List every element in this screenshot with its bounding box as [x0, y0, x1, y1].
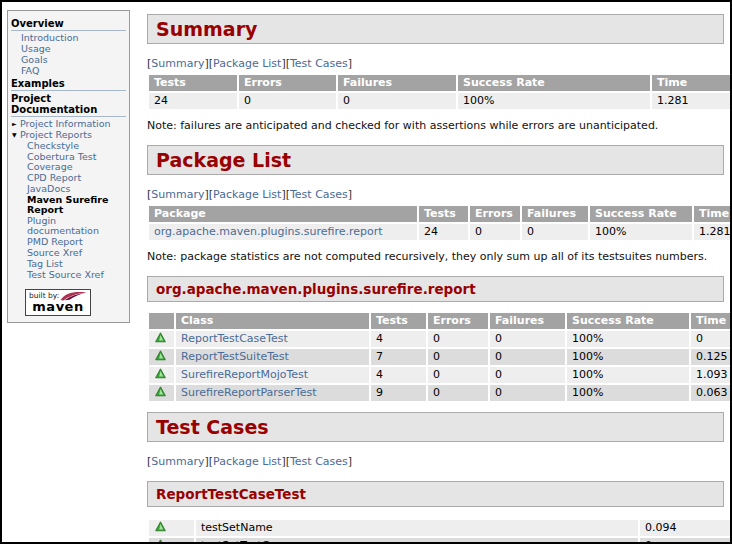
- expanded-arrow-icon: ▼: [12, 130, 20, 140]
- class-table: Class Tests Errors Failures Success Rate…: [147, 311, 732, 403]
- tests-value: 4: [371, 331, 426, 347]
- sidebar-item-project-information[interactable]: ►Project Information: [11, 119, 126, 129]
- sidebar-item-introduction[interactable]: Introduction: [11, 33, 126, 43]
- nav-link-package-list[interactable]: Package List: [213, 188, 281, 201]
- class-link[interactable]: SurefireReportMojoTest: [181, 368, 308, 381]
- column-header: Tests: [419, 206, 468, 222]
- sidebar-item-javadocs[interactable]: JavaDocs: [11, 184, 126, 194]
- errors-value: 0: [428, 331, 488, 347]
- sidebar-item-usage[interactable]: Usage: [11, 44, 126, 54]
- class-link[interactable]: ReportTestSuiteTest: [181, 350, 289, 363]
- sidebar-item-checkstyle[interactable]: Checkstyle: [11, 141, 126, 151]
- package-list-table: Package Tests Errors Failures Success Ra…: [147, 204, 732, 242]
- tests-value: 9: [371, 385, 426, 401]
- failures-value: 0: [490, 331, 565, 347]
- sidebar-section-examples: Examples: [11, 78, 126, 91]
- table-row: SurefireReportParserTest 9 0 0 100% 0.06…: [149, 385, 732, 401]
- failures-value: 0: [490, 367, 565, 383]
- test-name: testSetTestCases: [196, 538, 638, 544]
- column-header: Success Rate: [458, 75, 650, 91]
- table-row: testSetName 0.094: [149, 520, 730, 536]
- success-rate-value: 100%: [567, 367, 689, 383]
- nav-link-test-cases[interactable]: Test Cases: [290, 188, 348, 201]
- success-icon: [155, 333, 166, 346]
- sidebar-section-project-documentation: Project Documentation: [11, 93, 126, 117]
- section-nav: [Summary][Package List][Test Cases]: [147, 455, 724, 468]
- class-link[interactable]: SurefireReportParserTest: [181, 386, 317, 399]
- nav-link-summary[interactable]: Summary: [151, 188, 204, 201]
- column-header: Class: [176, 313, 369, 329]
- errors-value: 0: [470, 224, 520, 240]
- success-rate-value: 100%: [567, 385, 689, 401]
- bracket: ]: [348, 455, 352, 468]
- column-header: Tests: [149, 75, 237, 91]
- bracket: ]: [348, 188, 352, 201]
- table-row: SurefireReportMojoTest 4 0 0 100% 1.093: [149, 367, 732, 383]
- sidebar-item-goals[interactable]: Goals: [11, 55, 126, 65]
- table-row: org.apache.maven.plugins.surefire.report…: [149, 224, 732, 240]
- success-icon: [155, 387, 166, 400]
- column-header: Failures: [522, 206, 588, 222]
- column-header: Errors: [428, 313, 488, 329]
- time-value: 1.281: [694, 224, 732, 240]
- collapsed-arrow-icon: ►: [12, 119, 20, 129]
- package-list-heading: Package List: [147, 145, 724, 175]
- table-header-row: Tests Errors Failures Success Rate Time: [149, 75, 732, 91]
- summary-heading: Summary: [147, 14, 724, 44]
- sidebar-section-overview: Overview: [11, 18, 126, 31]
- column-header: Failures: [338, 75, 456, 91]
- sidebar-item-pmd-report[interactable]: PMD Report: [11, 237, 126, 247]
- nav-link-summary[interactable]: Summary: [151, 455, 204, 468]
- success-rate-value: 100%: [458, 93, 650, 109]
- test-class-heading: ReportTestCaseTest: [147, 481, 724, 507]
- test-name: testSetName: [196, 520, 638, 536]
- nav-link-summary[interactable]: Summary: [151, 57, 204, 70]
- table-row: testSetTestCases 0: [149, 538, 730, 544]
- nav-link-test-cases[interactable]: Test Cases: [290, 57, 348, 70]
- class-link[interactable]: ReportTestCaseTest: [181, 332, 288, 345]
- table-row: ReportTestCaseTest 4 0 0 100% 0: [149, 331, 732, 347]
- time-value: 1.093: [691, 367, 732, 383]
- sidebar-item-faq[interactable]: FAQ: [11, 66, 126, 76]
- sidebar-item-project-reports[interactable]: ▼Project Reports: [11, 130, 126, 140]
- section-nav: [Summary][Package List][Test Cases]: [147, 188, 724, 201]
- time-value: 0: [640, 538, 730, 544]
- table-row: ReportTestSuiteTest 7 0 0 100% 0.125: [149, 349, 732, 365]
- column-header: Package: [149, 206, 417, 222]
- maven-logo-label: maven: [29, 301, 87, 313]
- column-header: Time: [691, 313, 732, 329]
- nav-link-package-list[interactable]: Package List: [213, 455, 281, 468]
- report-content: Summary [Summary][Package List][Test Cas…: [147, 14, 724, 544]
- sidebar-item-plugin-documentation[interactable]: Plugin documentation: [11, 216, 126, 236]
- sidebar-item-test-source-xref[interactable]: Test Source Xref: [11, 270, 126, 280]
- tests-value: 4: [371, 367, 426, 383]
- success-rate-value: 100%: [567, 331, 689, 347]
- nav-link-test-cases[interactable]: Test Cases: [290, 455, 348, 468]
- errors-value: 0: [239, 93, 336, 109]
- column-header: Time: [694, 206, 732, 222]
- success-icon: [155, 522, 166, 535]
- column-header: Success Rate: [590, 206, 692, 222]
- tests-value: 24: [149, 93, 237, 109]
- sidebar-item-cobertura-test-coverage[interactable]: Cobertura Test Coverage: [11, 152, 126, 172]
- built-by-maven-logo[interactable]: built by: maven: [25, 289, 91, 316]
- package-link[interactable]: org.apache.maven.plugins.surefire.report: [154, 225, 383, 238]
- package-note: Note: package statistics are not compute…: [147, 250, 724, 263]
- sidebar-item-tag-list[interactable]: Tag List: [11, 259, 126, 269]
- summary-note: Note: failures are anticipated and check…: [147, 119, 724, 132]
- failures-value: 0: [338, 93, 456, 109]
- success-rate-value: 100%: [590, 224, 692, 240]
- success-rate-value: 100%: [567, 349, 689, 365]
- errors-value: 0: [428, 385, 488, 401]
- sidebar-item-cpd-report[interactable]: CPD Report: [11, 173, 126, 183]
- nav-link-package-list[interactable]: Package List: [213, 57, 281, 70]
- sidebar-item-label: Project Information: [20, 118, 111, 129]
- tests-value: 7: [371, 349, 426, 365]
- time-value: 0.094: [640, 520, 730, 536]
- column-header: Time: [652, 75, 732, 91]
- column-header: Errors: [470, 206, 520, 222]
- section-nav: [Summary][Package List][Test Cases]: [147, 57, 724, 70]
- success-icon: [155, 369, 166, 382]
- sidebar-item-source-xref[interactable]: Source Xref: [11, 248, 126, 258]
- success-icon: [155, 351, 166, 364]
